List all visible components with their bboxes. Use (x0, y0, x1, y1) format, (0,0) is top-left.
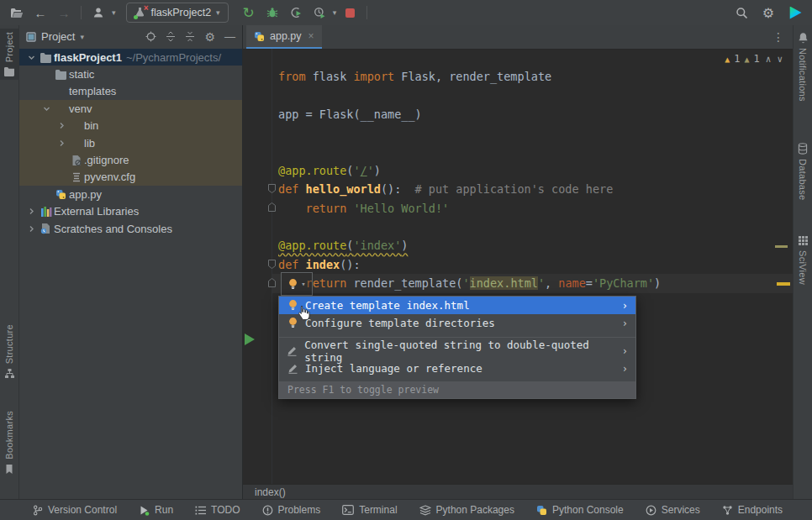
ide-logo-icon[interactable] (785, 3, 805, 23)
statusbar-item-services[interactable]: Services (635, 500, 711, 520)
run-configuration-selector[interactable]: × flaskProject2 ▾ (126, 3, 229, 23)
hide-panel-icon[interactable]: — (224, 30, 235, 43)
code-line-3[interactable]: app = Flask(__name__) (278, 105, 793, 123)
user-dropdown-arrow[interactable]: ▾ (112, 8, 116, 17)
tree-item-templates[interactable]: templates (19, 83, 242, 100)
popup-item-create-template-index-html[interactable]: Create template index.html› (279, 297, 635, 314)
panel-options-gear-icon[interactable]: ⚙ (204, 30, 215, 44)
tree-item-label: venv (69, 102, 92, 115)
tree-item-static[interactable]: static (19, 66, 242, 82)
tool-stripe-label: Notifications (798, 48, 808, 102)
code-token: @app.route (278, 164, 346, 177)
chevron-down-icon[interactable] (24, 54, 38, 61)
code-line-10[interactable]: @app.route('index') (278, 236, 793, 255)
tree-item-venv[interactable]: venv (19, 100, 242, 117)
forward-icon[interactable]: → (54, 3, 74, 23)
code-token: index (306, 258, 340, 271)
breadcrumb[interactable]: index() (243, 484, 793, 500)
fold-region-end-icon[interactable] (267, 202, 277, 213)
code-line-8[interactable]: return 'Hello World!' (278, 199, 793, 218)
fold-region-start-icon[interactable] (267, 259, 277, 270)
code-token: @app.route (278, 239, 346, 252)
statusbar-item-label: Terminal (359, 504, 397, 516)
tool-stripe-sciview[interactable]: SciView (794, 232, 812, 288)
tab-options-kebab-icon[interactable]: ⋮ (764, 30, 793, 44)
search-everywhere-icon[interactable] (731, 3, 751, 23)
popup-item-configure-template-directories[interactable]: Configure template directories› (279, 314, 635, 332)
open-project-icon[interactable] (7, 3, 27, 23)
back-icon[interactable]: ← (30, 3, 50, 23)
stop-icon[interactable] (340, 3, 360, 23)
user-account-icon[interactable] (88, 3, 108, 23)
bookmarks-icon (4, 464, 14, 475)
tool-stripe-project[interactable]: Project (0, 29, 18, 80)
tree-item-bin[interactable]: bin (19, 118, 242, 134)
expand-all-icon[interactable] (166, 31, 176, 42)
run-config-dropdown-arrow[interactable]: ▾ (216, 8, 220, 17)
tree-item-lib[interactable]: lib (19, 134, 242, 151)
intention-bulb-icon[interactable] (287, 278, 298, 291)
tab-app-py[interactable]: app.py × (246, 25, 322, 49)
tool-stripe-bookmarks[interactable]: Bookmarks (0, 407, 18, 478)
scrollbar-warning-mark[interactable] (775, 245, 788, 248)
statusbar-item-python-console[interactable]: Python Console (525, 500, 635, 520)
scrollbar-warning-mark[interactable] (777, 282, 790, 286)
tool-stripe-notifications[interactable]: Notifications (794, 29, 812, 105)
profiler-icon[interactable] (309, 3, 330, 23)
code-line-12[interactable]: return render_template('index.html', nam… (278, 274, 793, 292)
statusbar-item-endpoints[interactable]: Endpoints (711, 500, 794, 520)
code-line-6[interactable]: @app.route('/') (278, 161, 793, 180)
code-line-11[interactable]: def index(): (278, 255, 793, 274)
code-line-9[interactable] (278, 218, 793, 236)
close-tab-icon[interactable]: × (308, 30, 314, 42)
locate-file-icon[interactable] (145, 31, 156, 42)
tool-stripe-label: Bookmarks (4, 411, 14, 460)
intention-dropdown-arrow[interactable]: ▾ (301, 280, 305, 288)
statusbar-item-problems[interactable]: Problems (251, 500, 332, 520)
tree-item-gitignore[interactable]: .gitignore (19, 151, 242, 168)
statusbar-item-run[interactable]: Run (128, 500, 184, 520)
prev-problem-icon[interactable]: ∧ (766, 54, 772, 65)
chevron-right-icon[interactable] (55, 139, 68, 147)
chevron-right-icon[interactable] (24, 225, 38, 233)
tree-item-pyvenv-cfg[interactable]: pyvenv.cfg (19, 169, 242, 186)
code-line-5[interactable] (278, 142, 793, 160)
intention-bulb-widget[interactable]: ▾ (281, 272, 313, 296)
chevron-down-icon[interactable] (40, 105, 53, 113)
collapse-all-icon[interactable] (185, 31, 195, 42)
breadcrumb-item[interactable]: index() (255, 486, 286, 498)
coverage-icon[interactable] (286, 3, 306, 23)
code-token: render_template( (353, 276, 462, 290)
run-gutter-play-icon[interactable] (245, 334, 255, 345)
rerun-icon[interactable]: ↻ (239, 3, 259, 23)
fold-region-end-icon[interactable] (267, 277, 277, 288)
code-line-4[interactable] (278, 123, 793, 142)
tree-item-external-libraries[interactable]: External Libraries (19, 203, 242, 220)
statusbar-item-terminal[interactable]: Terminal (331, 500, 408, 520)
code-viewport[interactable]: from flask import Flask, render_template… (243, 49, 793, 485)
next-problem-icon[interactable]: ∨ (777, 54, 783, 65)
inspection-widget[interactable]: ▲ 1 ▲ 1 ∧ ∨ (725, 53, 783, 65)
popup-item-convert-single-quoted-string-to-double-quoted-string[interactable]: Convert single-quoted string to double-q… (279, 342, 635, 360)
profiler-dropdown-arrow[interactable]: ▾ (333, 8, 337, 17)
statusbar-item-version-control[interactable]: Version Control (22, 500, 128, 520)
statusbar-item-todo[interactable]: TODO (184, 500, 250, 520)
code-line-2[interactable] (278, 86, 793, 104)
tool-stripe-label: Project (4, 32, 14, 62)
debug-icon[interactable] (262, 3, 282, 23)
statusbar-item-python-packages[interactable]: Python Packages (409, 500, 525, 520)
settings-gear-icon[interactable]: ⚙ (758, 3, 778, 23)
tool-stripe-structure[interactable]: Structure (0, 321, 18, 382)
tool-stripe-database[interactable]: Database (794, 139, 812, 204)
tree-item-app-py[interactable]: app.py (19, 186, 242, 202)
code-line-1[interactable]: from flask import Flask, render_template (278, 67, 793, 86)
fold-region-start-icon[interactable] (267, 183, 277, 194)
chevron-right-icon[interactable] (24, 207, 38, 215)
tree-item-scratches-and-consoles[interactable]: Scratches and Consoles (19, 220, 242, 237)
code-line-7[interactable]: def hello_world(): # put application's c… (278, 180, 793, 198)
tree-item-flaskproject1[interactable]: flaskProject1~/PycharmProjects/ (19, 49, 242, 66)
project-view-dropdown-arrow[interactable]: ▾ (80, 33, 84, 41)
project-panel-title[interactable]: Project (41, 30, 75, 43)
statusbar-item-label: Version Control (48, 504, 117, 516)
chevron-right-icon[interactable] (55, 122, 68, 129)
